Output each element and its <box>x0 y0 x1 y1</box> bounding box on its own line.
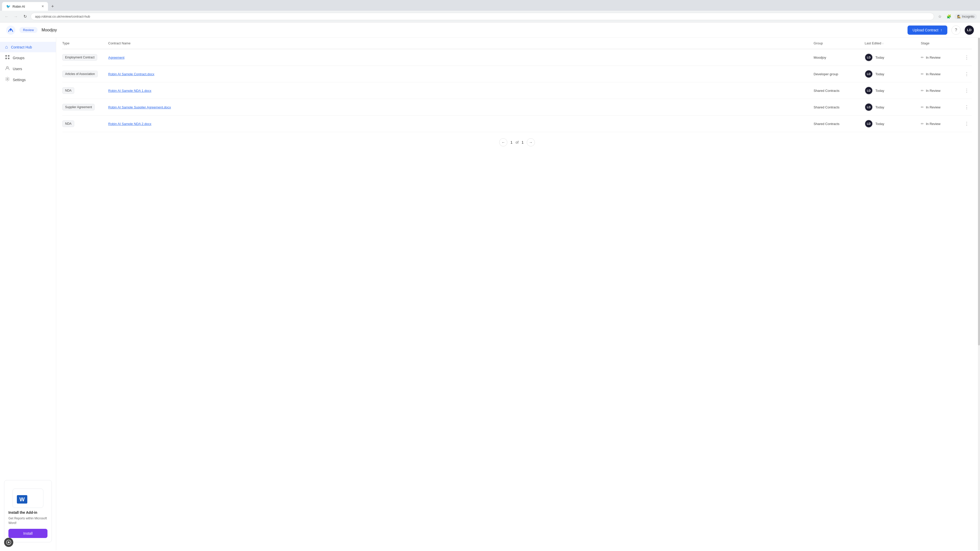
incognito-badge[interactable]: 🕵 Incognito <box>955 14 977 19</box>
editor-avatar: LD <box>865 86 873 95</box>
type-badge: NDA <box>62 121 74 127</box>
users-icon <box>5 66 10 72</box>
bookmark-button[interactable]: ☆ <box>936 13 943 20</box>
type-badge: Articles of Association <box>62 71 98 78</box>
group-cell: Shared Contracts <box>814 89 865 93</box>
addin-description: Get Reports within Microsoft Word! <box>8 516 48 525</box>
sidebar-item-settings[interactable]: Settings <box>0 74 56 85</box>
address-bar[interactable]: app.robinai.co.uk/review/contract-hub <box>30 13 934 20</box>
install-addin-button[interactable]: Install <box>8 529 48 538</box>
current-page: 1 <box>511 140 512 144</box>
sidebar-item-contract-hub-label: Contract Hub <box>11 45 32 49</box>
contract-link[interactable]: Robin AI Sample NDA 2.docx <box>108 122 151 126</box>
editor-cell: LD Today <box>865 120 921 128</box>
svg-point-7 <box>7 79 8 80</box>
browser-nav: ← → ↻ app.robinai.co.uk/review/contract-… <box>0 11 980 22</box>
more-actions-button[interactable]: ⋮ <box>962 71 972 77</box>
stage-label: In Review <box>926 122 940 126</box>
svg-rect-4 <box>5 58 7 59</box>
editor-cell: LD Today <box>865 86 921 95</box>
contract-link[interactable]: Agreement <box>108 56 124 59</box>
next-page-button[interactable]: → <box>527 138 535 146</box>
sidebar-item-users-label: Users <box>13 67 22 71</box>
svg-rect-2 <box>5 55 7 57</box>
user-avatar-button[interactable]: LD <box>965 25 974 35</box>
edit-date: Today <box>875 56 884 59</box>
type-badge: NDA <box>62 87 74 94</box>
edit-icon: ✏ <box>921 56 924 59</box>
table-row: NDA Robin AI Sample NDA 1.docx Shared Co… <box>62 83 972 99</box>
editor-avatar: LD <box>865 53 873 62</box>
edit-icon: ✏ <box>921 72 924 76</box>
type-cell: Employment Contract <box>62 54 108 61</box>
groups-icon <box>5 55 10 61</box>
more-actions-button[interactable]: ⋮ <box>962 55 972 60</box>
tab-close-button[interactable]: × <box>41 4 44 9</box>
contract-link[interactable]: Robin AI Sample NDA 1.docx <box>108 89 151 93</box>
edit-date: Today <box>875 72 884 76</box>
page-of-label: of <box>515 140 519 144</box>
incognito-label: Incognito <box>962 15 974 18</box>
svg-rect-3 <box>8 55 10 57</box>
incognito-icon: 🕵 <box>957 15 961 18</box>
type-cell: Supplier Agreement <box>62 104 108 111</box>
sidebar-item-settings-label: Settings <box>13 78 26 82</box>
more-actions-button[interactable]: ⋮ <box>962 88 972 94</box>
type-cell: NDA <box>62 87 108 94</box>
upload-label: Upload Contract <box>913 28 939 32</box>
scrollbar-thumb <box>978 38 980 345</box>
contract-name-cell: Agreement <box>108 56 814 59</box>
stage-cell: ✏ In Review <box>921 72 962 76</box>
more-actions-button[interactable]: ⋮ <box>962 121 972 127</box>
help-button[interactable]: ? <box>951 25 961 35</box>
sidebar-spacer <box>0 85 56 476</box>
forward-button[interactable]: → <box>12 13 19 20</box>
word-icon: W <box>13 489 43 508</box>
browser-chrome: 🐦 Robin AI × + ← → ↻ app.robinai.co.uk/r… <box>0 0 980 22</box>
app-header: Review Moodjoy Upload Contract ↑ ? LD <box>0 22 980 38</box>
editor-avatar: LD <box>865 70 873 78</box>
nav-actions: ☆ 🧩 🕵 Incognito <box>936 13 977 20</box>
sort-icon[interactable]: ↑ <box>882 42 884 45</box>
col-contract-name: Contract Name <box>108 41 814 45</box>
group-cell: Shared Contracts <box>814 105 865 109</box>
upload-contract-button[interactable]: Upload Contract ↑ <box>907 25 947 35</box>
new-tab-button[interactable]: + <box>49 3 56 10</box>
company-name: Moodjoy <box>41 28 57 32</box>
edit-icon: ✏ <box>921 105 924 109</box>
sidebar-item-contract-hub[interactable]: ⌂ Contract Hub <box>0 42 56 52</box>
table-header: Type Contract Name Group Last Edited ↑ S… <box>62 38 972 49</box>
addin-title: Install the Add-in <box>8 510 48 514</box>
browser-tabs: 🐦 Robin AI × + <box>0 0 980 11</box>
stage-cell: ✏ In Review <box>921 56 962 59</box>
back-button[interactable]: ← <box>3 13 10 20</box>
settings-icon <box>5 77 10 83</box>
contract-name-cell: Robin AI Sample NDA 2.docx <box>108 122 814 126</box>
stage-cell: ✏ In Review <box>921 105 962 109</box>
help-circle-button[interactable] <box>4 538 13 547</box>
editor-avatar: LD <box>865 120 873 128</box>
sidebar-item-groups[interactable]: Groups <box>0 52 56 63</box>
col-stage: Stage <box>921 41 962 45</box>
prev-page-button[interactable]: ← <box>499 138 508 146</box>
table-row: Articles of Association Robin AI Sample … <box>62 66 972 83</box>
editor-cell: LD Today <box>865 53 921 62</box>
contract-link[interactable]: Robin AI Sample Supplier Agreement.docx <box>108 105 171 109</box>
active-tab[interactable]: 🐦 Robin AI × <box>2 2 48 11</box>
sidebar: ⌂ Contract Hub Groups Users Settings <box>0 38 56 551</box>
upload-icon: ↑ <box>940 28 942 32</box>
contract-link[interactable]: Robin AI Sample Contract.docx <box>108 72 154 76</box>
editor-avatar: LD <box>865 103 873 111</box>
group-cell: Moodjoy <box>814 56 865 59</box>
type-badge: Supplier Agreement <box>62 104 95 111</box>
reload-button[interactable]: ↻ <box>21 13 29 20</box>
more-actions-button[interactable]: ⋮ <box>962 104 972 110</box>
extensions-button[interactable]: 🧩 <box>945 13 953 20</box>
edit-date: Today <box>875 89 884 93</box>
scrollbar[interactable] <box>978 38 980 551</box>
stage-cell: ✏ In Review <box>921 89 962 93</box>
group-cell: Shared Contracts <box>814 122 865 126</box>
sidebar-item-users[interactable]: Users <box>0 63 56 74</box>
type-badge: Employment Contract <box>62 54 97 61</box>
col-type: Type <box>62 41 108 45</box>
